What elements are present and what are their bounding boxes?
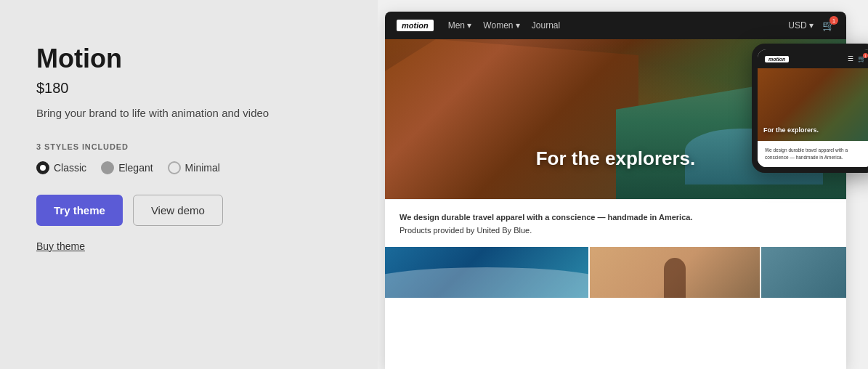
preview-img-ocean xyxy=(385,247,588,298)
style-label-elegant: Elegant xyxy=(118,162,153,174)
mobile-menu-icon: ☰ xyxy=(848,55,853,62)
radio-inner xyxy=(40,165,46,171)
preview-desc-text: We design durable travel apparel with a … xyxy=(399,211,832,237)
mobile-logo: motion xyxy=(765,56,789,62)
preview-description: We design durable travel apparel with a … xyxy=(385,199,846,247)
radio-minimal[interactable] xyxy=(168,161,181,174)
styles-label: 3 STYLES INCLUDED xyxy=(36,142,341,151)
terrain-left xyxy=(385,39,638,199)
mobile-cart-icon: 🛒 1 xyxy=(858,55,866,62)
right-panel: motion Men ▾ Women ▾ Journal USD ▾ 🛒 1 F… xyxy=(378,0,868,369)
mobile-nav: motion ☰ 🛒 1 xyxy=(758,49,868,68)
preview-img-extra xyxy=(761,247,846,298)
nav-links: Men ▾ Women ▾ Journal xyxy=(448,20,774,31)
buy-theme-link[interactable]: Buy theme xyxy=(36,240,341,252)
cart-icon[interactable]: 🛒 1 xyxy=(822,20,835,31)
nav-right: USD ▾ 🛒 1 xyxy=(788,20,835,31)
style-label-minimal: Minimal xyxy=(185,162,220,174)
preview-logo: motion xyxy=(397,20,434,31)
nav-link-journal: Journal xyxy=(532,20,560,31)
nav-link-men: Men ▾ xyxy=(448,20,472,31)
nav-currency: USD ▾ xyxy=(788,20,814,31)
theme-description: Bring your brand to life with animation … xyxy=(36,105,341,122)
mobile-hero: For the explorers. xyxy=(758,68,868,141)
style-option-classic[interactable]: Classic xyxy=(36,161,86,174)
left-panel: Motion $180 Bring your brand to life wit… xyxy=(0,0,378,369)
mobile-hero-text: For the explorers. xyxy=(763,126,819,134)
radio-elegant[interactable] xyxy=(101,161,114,174)
style-option-elegant[interactable]: Elegant xyxy=(101,161,153,174)
hero-text: For the explorers. xyxy=(385,147,846,170)
style-label-classic: Classic xyxy=(54,162,86,174)
cart-badge: 1 xyxy=(830,16,838,25)
theme-title: Motion xyxy=(36,44,341,74)
preview-nav: motion Men ▾ Women ▾ Journal USD ▾ 🛒 1 xyxy=(385,12,846,39)
buttons-row: Try theme View demo xyxy=(36,195,341,226)
person-silhouette xyxy=(664,258,686,298)
wave-shape xyxy=(385,267,588,298)
preview-img-person xyxy=(590,247,760,298)
mobile-cart-badge: 1 xyxy=(863,53,868,58)
style-options: Classic Elegant Minimal xyxy=(36,161,341,174)
mobile-nav-icons: ☰ 🛒 1 xyxy=(848,55,866,62)
radio-classic[interactable] xyxy=(36,161,49,174)
style-option-minimal[interactable]: Minimal xyxy=(168,161,220,174)
try-theme-button[interactable]: Try theme xyxy=(36,195,123,226)
theme-price: $180 xyxy=(36,80,341,97)
view-demo-button[interactable]: View demo xyxy=(133,195,223,226)
preview-images xyxy=(385,247,846,298)
nav-link-women: Women ▾ xyxy=(483,20,519,31)
